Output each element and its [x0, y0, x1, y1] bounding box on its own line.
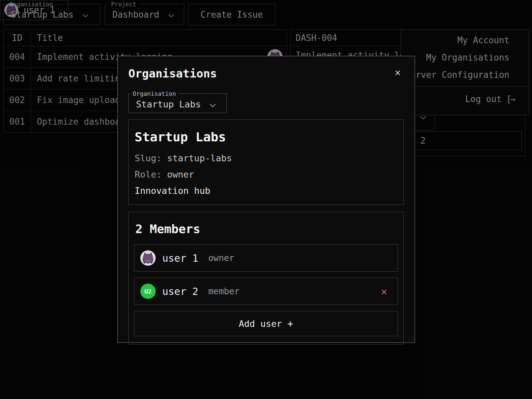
- add-user-label: Add user: [239, 319, 282, 329]
- remove-member-icon[interactable]: ✕: [379, 285, 389, 298]
- member-role: member: [208, 286, 239, 296]
- plus-icon: +: [287, 318, 293, 330]
- member-name: user 2: [162, 286, 198, 297]
- chevron-down-icon: [209, 103, 216, 107]
- organisation-description: Innovation hub: [135, 186, 395, 196]
- gengar-avatar-icon: [140, 250, 156, 266]
- role-value: owner: [167, 169, 194, 180]
- organisation-role: Role: owner: [135, 169, 395, 180]
- modal-organisation-select[interactable]: Organisation Startup Labs: [128, 90, 227, 113]
- organisations-modal: Organisations ✕ Organisation Startup Lab…: [117, 56, 415, 343]
- modal-organisation-select-value: Startup Labs: [136, 99, 201, 109]
- modal-title: Organisations: [128, 67, 404, 80]
- member-initials-badge: U2: [140, 284, 156, 299]
- member-name: user 1: [162, 252, 198, 264]
- member-row: user 1 owner: [134, 244, 398, 272]
- member-avatar: [140, 250, 156, 266]
- member-role: owner: [208, 253, 234, 263]
- add-user-button[interactable]: Add user +: [134, 311, 398, 336]
- modal-organisation-select-label: Organisation: [130, 90, 179, 97]
- organisation-slug: Slug: startup-labs: [135, 153, 395, 163]
- chevron-down-icon: [209, 99, 216, 109]
- close-icon[interactable]: ✕: [393, 66, 403, 78]
- app-screen: Organisation Startup Labs Project Dashbo…: [0, 0, 532, 399]
- members-section: 2 Members user 1 owner U2 user 2 member …: [128, 212, 404, 344]
- member-row: U2 user 2 member ✕: [134, 278, 398, 305]
- role-label: Role:: [135, 169, 162, 180]
- members-heading: 2 Members: [135, 222, 398, 236]
- slug-label: Slug:: [135, 153, 162, 163]
- organisation-name: Startup Labs: [135, 130, 395, 144]
- slug-value: startup-labs: [167, 153, 232, 163]
- organisation-info-card: Startup Labs Slug: startup-labs Role: ow…: [128, 119, 404, 205]
